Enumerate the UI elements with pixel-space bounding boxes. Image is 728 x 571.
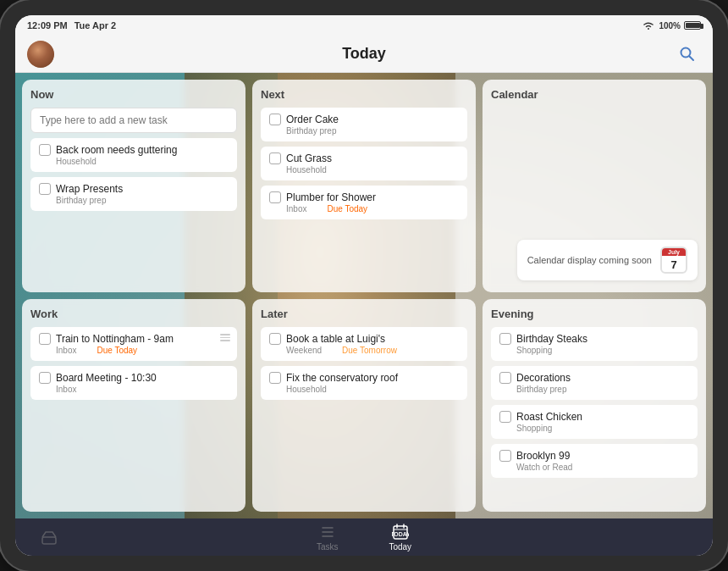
page-title: Today [342,45,386,63]
search-button[interactable] [674,41,701,68]
task-title: Wrap Presents [56,183,123,195]
task-checkbox[interactable] [499,450,511,462]
task-checkbox[interactable] [269,372,281,384]
battery-icon [684,21,701,30]
task-tag: Watch or Read [499,463,689,472]
task-due: Due Today [310,204,367,213]
tab-tasks[interactable]: Tasks [317,524,339,552]
list-icon [319,524,336,541]
avatar[interactable] [27,41,54,68]
panel-calendar: Calendar Calendar display coming soon Ju… [483,80,706,292]
task-tag: Birthday prep [269,126,459,136]
tab-tasks-label: Tasks [317,542,339,552]
calendar-card: Calendar display coming soon July 7 [517,240,698,280]
task-title: Birthday Steaks [516,333,587,345]
task-item: Brooklyn 99 Watch or Read [491,444,698,478]
tab-today[interactable]: TODAY Today [389,524,411,552]
task-row: Fix the conservatory roof [269,372,459,384]
panel-work: Work Train to Nottingham - 9am Inbox [22,299,245,512]
calendar-day: 7 [662,256,686,274]
panel-evening-title: Evening [491,308,698,320]
panel-later-title: Later [261,308,467,320]
today-icon: TODAY [392,524,409,541]
task-title: Board Meeting - 10:30 [56,372,157,384]
task-tag: Inbox [286,204,306,213]
task-row: Plumber for Shower [269,191,459,203]
task-checkbox[interactable] [39,144,51,156]
task-row: Order Cake [269,114,459,125]
task-tag: Shopping [499,346,689,355]
avatar-image [27,41,54,68]
ipad-frame: 12:09 PM Tue Apr 2 100% Today [0,0,728,571]
task-title: Plumber for Shower [286,191,376,203]
task-title: Cut Grass [286,152,332,164]
task-checkbox[interactable] [269,191,281,203]
task-tag: Shopping [499,424,689,433]
tab-inbox[interactable] [41,529,58,546]
svg-rect-2 [42,537,56,544]
battery-percent: 100% [659,21,681,30]
task-item: Back room needs guttering Household [30,138,237,172]
panel-now: Now Back room needs guttering Household … [22,80,245,292]
ipad-screen: 12:09 PM Tue Apr 2 100% Today [15,15,713,556]
task-item: Wrap Presents Birthday prep [30,177,237,211]
task-tag: Household [39,157,229,166]
panel-next: Next Order Cake Birthday prep Cut Grass [252,80,476,292]
status-date: Tue Apr 2 [74,20,117,30]
task-tag: Household [269,385,459,394]
tab-bar: Tasks TODAY Today [15,518,713,556]
panel-now-title: Now [30,88,237,101]
task-tag: Household [269,165,459,175]
task-sub-row: Weekend Due Tomorrow [269,346,459,355]
calendar-coming-soon: Calendar display coming soon [527,255,652,265]
status-time: 12:09 PM [27,20,68,30]
task-tag: Inbox [56,346,76,355]
task-row: Back room needs guttering [39,144,229,156]
task-row: Board Meeting - 10:30 [39,372,229,384]
task-sub-row: Inbox Due Today [39,346,229,355]
task-title: Fix the conservatory roof [286,372,398,384]
main-content: Now Back room needs guttering Household … [15,73,713,518]
task-row: Book a table at Luigi's [269,333,459,345]
task-checkbox[interactable] [499,372,511,384]
task-row: Cut Grass [269,152,459,164]
task-checkbox[interactable] [499,411,511,423]
task-checkbox[interactable] [269,114,281,125]
task-row: Roast Chicken [499,411,689,423]
task-checkbox[interactable] [499,333,511,345]
calendar-icon: July 7 [660,247,687,274]
task-checkbox[interactable] [269,333,281,345]
svg-text:TODAY: TODAY [392,531,409,537]
task-row: Brooklyn 99 [499,450,689,462]
calendar-placeholder: Calendar display coming soon July 7 [491,108,698,284]
status-left: 12:09 PM Tue Apr 2 [27,20,116,30]
inbox-icon [41,529,58,546]
task-checkbox[interactable] [39,183,51,195]
svg-line-1 [689,56,693,60]
task-row: Decorations [499,372,689,384]
task-checkbox[interactable] [39,372,51,384]
panel-evening: Evening Birthday Steaks Shopping Decorat… [483,299,706,512]
task-row: Wrap Presents [39,183,229,195]
task-tag: Weekend [286,346,322,355]
task-item: Birthday Steaks Shopping [491,327,698,361]
search-icon [679,46,696,63]
task-checkbox[interactable] [39,333,51,345]
panel-calendar-title: Calendar [491,88,698,101]
wifi-icon [642,20,655,30]
task-item: Order Cake Birthday prep [261,108,467,141]
status-bar: 12:09 PM Tue Apr 2 100% [15,15,713,36]
task-row: Birthday Steaks [499,333,689,345]
task-title: Train to Nottingham - 9am [56,333,174,345]
task-row: Train to Nottingham - 9am [39,333,229,345]
task-due: Due Today [80,346,137,355]
task-item: Fix the conservatory roof Household [261,366,467,400]
status-right: 100% [642,20,701,30]
task-item: Cut Grass Household [261,147,467,180]
task-item: Plumber for Shower Inbox Due Today [261,186,467,219]
task-checkbox[interactable] [269,152,281,164]
tab-today-label: Today [389,542,411,552]
task-lines [220,334,230,341]
task-item: Roast Chicken Shopping [491,405,698,439]
new-task-input[interactable] [30,108,237,133]
